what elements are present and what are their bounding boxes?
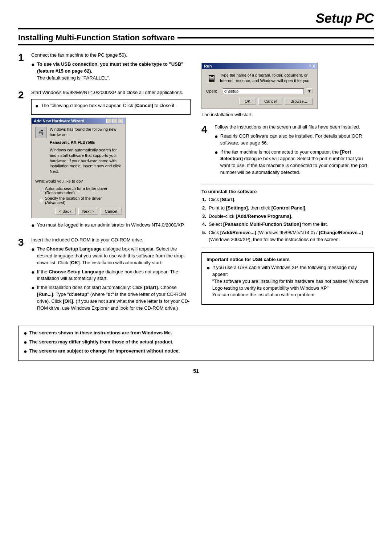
bullet-dot-11: ●	[24, 339, 27, 346]
uninstall-step-1: 1. Click [Start].	[202, 196, 374, 203]
run-icon-row: 🖥 Type the name of a program, folder, do…	[206, 73, 313, 85]
important-notice-text: If you use a USB cable with Windows XP, …	[212, 264, 369, 298]
run-dialog-description: Type the name of a program, folder, docu…	[220, 73, 313, 83]
bottom-note-1-text: The screens shown in these instructions …	[29, 330, 368, 337]
uninstall-title: To uninstall the software	[201, 189, 374, 194]
install-start-text: The installation will start.	[201, 112, 374, 117]
step-2-notice-bullet: ● The following dialogue box will appear…	[35, 102, 187, 109]
uninstall-step-4-num: 4.	[202, 221, 207, 228]
run-open-input[interactable]: d:\setup	[223, 88, 304, 94]
run-dialog-title-bar: Run ? X	[202, 63, 317, 69]
dialog-hardware-icon: 🖨	[35, 127, 47, 138]
step-3-bullet3-text: If the installation does not start autom…	[37, 284, 191, 311]
important-notice-bullet1: ● If you use a USB cable with Windows XP…	[207, 264, 369, 298]
step-4-main: Follow the instructions on the screen un…	[215, 124, 374, 131]
uninstall-step-2-text: Point to [Settings], then click [Control…	[209, 205, 306, 212]
step-2-main: Start Windows 95/98/Me/NT4.0/2000/XP and…	[31, 89, 191, 96]
bullet-dot-7: ●	[215, 133, 218, 140]
dialog-close-btn: ×	[118, 119, 123, 123]
step-3: 3 Insert the included CD-ROM into your C…	[18, 237, 191, 314]
step-1-bullet1-text: To use via USB connection, you must set …	[37, 61, 191, 82]
dialog-button-row: < Back Next > Cancel	[35, 208, 122, 215]
dialog-back-btn[interactable]: < Back	[55, 208, 76, 215]
left-column: 1 Connect the fax machine to the PC (pag…	[18, 52, 191, 320]
dialog-radio-2: Specify the location of the driver (Adva…	[39, 196, 122, 205]
bullet-dot-3: ●	[31, 222, 35, 229]
bullet-dot: ●	[31, 61, 35, 68]
page-title: Setup PC	[18, 11, 374, 29]
step-2-number: 2	[18, 89, 28, 231]
step-4-bullet1: ● Readiris OCR software can also be inst…	[215, 133, 374, 147]
step-3-bullet1: ● The Choose Setup Language dialogue box…	[31, 246, 191, 266]
dialog-next-btn[interactable]: Next >	[78, 208, 98, 215]
uninstall-step-5-num: 5.	[202, 229, 207, 243]
dialog-body-text: Windows has found the following new hard…	[50, 127, 122, 176]
page-number: 51	[18, 368, 374, 374]
uninstall-step-3: 3. Double-click [Add/Remove Programs].	[202, 213, 374, 220]
dialog-title-buttons: _ □ ×	[106, 119, 123, 123]
step-1-number: 1	[18, 52, 28, 83]
step-3-bullet3: ● If the installation does not start aut…	[31, 284, 191, 311]
uninstall-step-4-text: Select [Panasonic Multi-Function Station…	[209, 221, 328, 228]
step-3-bullet2-text: If the Choose Setup Language dialogue bo…	[37, 269, 191, 282]
step-4-bullet2: ● If the fax machine is not connected to…	[215, 149, 374, 176]
bullet-dot-8: ●	[215, 149, 218, 156]
step-4-content: Follow the instructions on the screen un…	[215, 124, 374, 178]
run-dialog-close-area: ? X	[309, 64, 315, 68]
step-1-main: Connect the fax machine to the PC (page …	[31, 52, 191, 59]
important-notice-box: Important notice for USB cable users ● I…	[201, 252, 374, 305]
step-2-bullet2-text: You must be logged in as an administrato…	[37, 222, 191, 229]
step-4-number: 4	[201, 124, 211, 178]
uninstall-step-5: 5. Click [Add/Remove...] (Windows 95/98/…	[202, 229, 374, 243]
dialog-icon-row: 🖨 Windows has found the following new ha…	[35, 127, 122, 176]
step-1-content: Connect the fax machine to the PC (page …	[31, 52, 191, 83]
add-hardware-wizard-dialog: Add New Hardware Wizard _ □ × 🖨 Windows …	[31, 118, 126, 218]
step-4-bullet1-text: Readiris OCR software can also be instal…	[220, 133, 374, 147]
bottom-note-2-text: The screens may differ slightly from tho…	[29, 339, 368, 346]
step-2-notice-box: ● The following dialogue box will appear…	[31, 99, 191, 115]
uninstall-step-5-text: Click [Add/Remove...] (Windows 95/98/Me/…	[209, 229, 374, 243]
dialog-body: 🖨 Windows has found the following new ha…	[32, 124, 125, 218]
step-4: 4 Follow the instructions on the screen …	[201, 124, 374, 178]
uninstall-step-2-num: 2.	[202, 205, 207, 212]
bottom-note-bullet2: ● The screens may differ slightly from t…	[24, 339, 368, 346]
step-2: 2 Start Windows 95/98/Me/NT4.0/2000/XP a…	[18, 89, 191, 231]
step-3-main: Insert the included CD-ROM into your CD-…	[31, 237, 191, 244]
uninstall-step-1-num: 1.	[202, 196, 207, 203]
step-3-content: Insert the included CD-ROM into your CD-…	[31, 237, 191, 314]
uninstall-section: To uninstall the software 1. Click [Star…	[201, 189, 374, 243]
run-open-label: Open:	[206, 89, 221, 93]
step-1: 1 Connect the fax machine to the PC (pag…	[18, 52, 191, 83]
step-2-content: Start Windows 95/98/Me/NT4.0/2000/XP and…	[31, 89, 191, 231]
step-1-bullet1: ● To use via USB connection, you must se…	[31, 61, 191, 82]
important-notice-title: Important notice for USB cable users	[207, 257, 369, 262]
step-2-bullet2: ● You must be logged in as an administra…	[31, 222, 191, 229]
uninstall-step-1-text: Click [Start].	[209, 196, 236, 203]
bottom-note-box: ● The screens shown in these instruction…	[18, 326, 374, 361]
bullet-dot-10: ●	[24, 330, 27, 337]
run-open-dropdown[interactable]: ▼	[306, 88, 313, 94]
uninstall-step-2: 2. Point to [Settings], then click [Cont…	[202, 205, 374, 212]
run-dialog-title: Run	[204, 64, 212, 68]
bottom-note-3-text: The screens are subject to change for im…	[29, 348, 368, 355]
run-dialog: Run ? X 🖥 Type the name of a program, fo…	[201, 63, 318, 109]
dialog-cancel-btn[interactable]: Cancel	[101, 208, 122, 215]
run-dialog-area: Run ? X 🖥 Type the name of a program, fo…	[201, 63, 374, 117]
dialog-title-text: Add New Hardware Wizard	[34, 119, 84, 123]
run-dialog-body: 🖥 Type the name of a program, folder, do…	[202, 69, 317, 109]
run-cancel-btn[interactable]: Cancel	[258, 98, 282, 105]
section-heading: Installing Multi-Function Station softwa…	[18, 33, 374, 45]
bullet-dot-9: ●	[207, 264, 210, 271]
bottom-note-bullet1: ● The screens shown in these instruction…	[24, 330, 368, 337]
uninstall-steps: 1. Click [Start]. 2. Point to [Settings]…	[202, 196, 374, 243]
run-button-row: OK Cancel Browse...	[206, 98, 313, 105]
dialog-title-bar: Add New Hardware Wizard _ □ ×	[32, 118, 125, 124]
bullet-dot-6: ●	[31, 284, 35, 291]
dialog-radio-group: Automatic search for a better driver (Re…	[39, 186, 122, 205]
bullet-dot-2: ●	[35, 102, 39, 109]
bottom-note-bullet3: ● The screens are subject to change for …	[24, 348, 368, 355]
run-browse-btn[interactable]: Browse...	[285, 98, 313, 105]
bullet-dot-4: ●	[31, 246, 35, 253]
run-ok-btn[interactable]: OK	[239, 98, 256, 105]
step-3-bullet1-text: The Choose Setup Language dialogue box w…	[37, 246, 191, 266]
